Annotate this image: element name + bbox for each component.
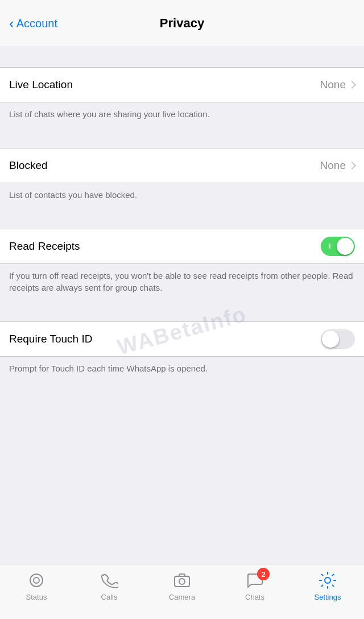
svg-point-1 bbox=[34, 577, 39, 583]
chevron-right-icon-2 bbox=[348, 162, 356, 170]
section-spacer-1 bbox=[0, 47, 364, 67]
section-spacer-5 bbox=[0, 382, 364, 402]
tab-calls[interactable]: Calls bbox=[81, 570, 138, 601]
status-icon bbox=[26, 570, 47, 591]
blocked-label: Blocked bbox=[9, 159, 48, 172]
section-spacer-2 bbox=[0, 128, 364, 148]
toggle-thumb-2 bbox=[322, 331, 339, 348]
tab-settings[interactable]: Settings bbox=[299, 570, 356, 601]
read-receipts-group: Read Receipts I bbox=[0, 229, 364, 264]
touch-id-row: Require Touch ID bbox=[0, 322, 364, 356]
touch-id-description: Prompt for Touch ID each time WhatsApp i… bbox=[0, 357, 364, 382]
back-chevron-icon: ‹ bbox=[9, 15, 14, 32]
blocked-value: None bbox=[320, 159, 355, 172]
section-spacer-3 bbox=[0, 209, 364, 229]
camera-tab-label: Camera bbox=[169, 593, 195, 601]
tab-camera[interactable]: Camera bbox=[154, 570, 210, 601]
tab-bar: Status Calls Camera 2 Chats bbox=[0, 564, 364, 619]
settings-icon bbox=[317, 570, 338, 591]
camera-icon bbox=[172, 570, 192, 591]
calls-icon bbox=[99, 570, 119, 591]
toggle-track-on: I bbox=[321, 237, 355, 256]
tab-chats[interactable]: 2 Chats bbox=[226, 570, 283, 601]
tab-status[interactable]: Status bbox=[8, 570, 65, 601]
live-location-value: None bbox=[320, 79, 355, 91]
live-location-label: Live Location bbox=[9, 79, 73, 91]
calls-tab-label: Calls bbox=[101, 593, 118, 601]
blocked-description: List of contacts you have blocked. bbox=[0, 183, 364, 209]
toggle-i-label: I bbox=[329, 242, 331, 250]
read-receipts-description: If you turn off read receipts, you won't… bbox=[0, 264, 364, 302]
content: Live Location None List of chats where y… bbox=[0, 47, 364, 457]
status-tab-label: Status bbox=[26, 593, 47, 601]
toggle-track-off bbox=[321, 329, 355, 349]
chevron-right-icon bbox=[348, 81, 356, 89]
read-receipts-row: Read Receipts I bbox=[0, 229, 364, 263]
live-location-group: Live Location None bbox=[0, 67, 364, 102]
blocked-row[interactable]: Blocked None bbox=[0, 148, 364, 183]
settings-tab-label: Settings bbox=[315, 593, 341, 601]
chats-icon: 2 bbox=[245, 570, 265, 591]
read-receipts-toggle[interactable]: I bbox=[321, 237, 355, 256]
svg-point-3 bbox=[179, 579, 185, 584]
chats-badge: 2 bbox=[257, 568, 270, 580]
live-location-row[interactable]: Live Location None bbox=[0, 68, 364, 102]
section-spacer-4 bbox=[0, 302, 364, 321]
svg-point-4 bbox=[325, 577, 330, 583]
back-label: Account bbox=[16, 17, 57, 30]
svg-rect-2 bbox=[175, 576, 189, 587]
touch-id-group: Require Touch ID bbox=[0, 321, 364, 357]
toggle-thumb bbox=[337, 238, 354, 255]
svg-point-0 bbox=[30, 574, 43, 587]
back-button[interactable]: ‹ Account bbox=[9, 15, 57, 32]
touch-id-toggle[interactable] bbox=[321, 329, 355, 349]
touch-id-label: Require Touch ID bbox=[9, 333, 92, 345]
live-location-description: List of chats where you are sharing your… bbox=[0, 102, 364, 128]
chats-tab-label: Chats bbox=[245, 593, 264, 601]
read-receipts-label: Read Receipts bbox=[9, 240, 80, 253]
page-title: Privacy bbox=[160, 16, 204, 31]
header: ‹ Account Privacy bbox=[0, 0, 364, 47]
blocked-group: Blocked None bbox=[0, 148, 364, 183]
